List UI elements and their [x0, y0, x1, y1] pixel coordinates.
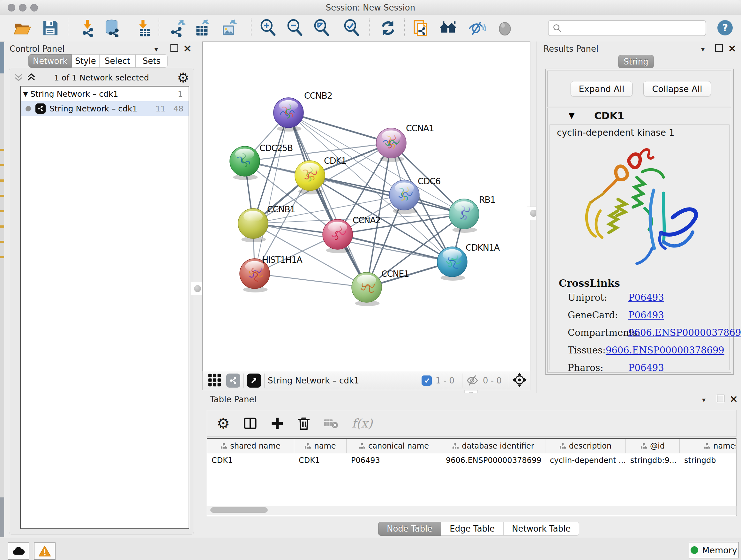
network-options-gear-icon[interactable]: ⚙	[177, 70, 189, 85]
cloud-icon	[12, 547, 25, 556]
memory-status-dot	[690, 546, 698, 554]
tab-node-table[interactable]: Node Table	[378, 522, 441, 536]
crosslink-value-link[interactable]: 9606.ENSP00000378699	[606, 345, 724, 356]
table-hscrollbar-thumb[interactable]	[210, 507, 268, 513]
network-canvas[interactable]: CCNB2CCNA1CDC25BCDK1CDC6RB1CCNB1CCNA2CDK…	[202, 42, 530, 371]
crosslink-value-link[interactable]: 9606.ENSP00000378699	[628, 327, 741, 338]
crosslink-value-link[interactable]: P06493	[628, 310, 664, 320]
results-panel-close-icon[interactable]: ×	[728, 42, 737, 54]
search-box[interactable]	[548, 20, 706, 36]
birdseye-crosshair-icon[interactable]	[512, 373, 527, 388]
status-bar: Memory	[0, 538, 741, 560]
table-cell[interactable]: CDK1	[294, 453, 347, 468]
network-overview-button[interactable]	[439, 19, 457, 37]
hidden-eye-icon[interactable]	[466, 374, 479, 387]
node-CDK1[interactable]: CDK1	[295, 156, 346, 194]
table-cell[interactable]: stringdb	[680, 453, 737, 468]
node-HIST1H1A[interactable]: HIST1H1A	[240, 255, 302, 293]
delete-column-icon[interactable]	[297, 416, 310, 430]
warning-icon	[38, 545, 51, 557]
node-CDKN1A[interactable]: CDKN1A	[437, 243, 500, 281]
export-image-button[interactable]	[220, 19, 238, 37]
table-cell[interactable]: stringdb:9...	[626, 453, 680, 468]
open-in-window-icon[interactable]	[247, 374, 261, 388]
tab-select[interactable]: Select	[99, 54, 136, 68]
add-column-icon[interactable]	[271, 417, 284, 430]
refresh-view-button[interactable]	[379, 19, 397, 37]
grid-view-icon[interactable]	[207, 373, 222, 388]
network-graph[interactable]: CCNB2CCNA1CDC25BCDK1CDC6RB1CCNB1CCNA2CDK…	[203, 42, 530, 371]
network-node-count: 11	[148, 104, 165, 113]
results-panel-float-icon[interactable]	[715, 44, 723, 52]
node-RB1[interactable]: RB1	[449, 195, 495, 233]
zoom-out-button[interactable]	[286, 19, 304, 37]
hide-labels-button[interactable]	[468, 19, 486, 37]
network-share-view-icon[interactable]	[226, 374, 240, 388]
save-session-button[interactable]	[42, 19, 59, 37]
table-panel-collapse-icon[interactable]: ▾	[702, 396, 705, 404]
tab-style[interactable]: Style	[72, 54, 99, 68]
collapse-all-button[interactable]: Collapse All	[643, 81, 711, 97]
node-CCNB1[interactable]: CCNB1	[238, 204, 295, 242]
table-cell[interactable]: P06493	[347, 453, 441, 468]
warnings-button[interactable]	[34, 543, 56, 560]
table-hscrollbar-track[interactable]	[207, 506, 737, 515]
table-cell[interactable]: CDK1	[207, 453, 294, 468]
crosslink-label: Uniprot:	[568, 292, 628, 303]
gene-disclosure-triangle[interactable]: ▼	[569, 111, 575, 120]
node-CCNE1[interactable]: CCNE1	[352, 269, 409, 306]
tab-string-results[interactable]: String	[618, 55, 654, 68]
table-tabs: Node TableEdge TableNetwork Table	[378, 522, 579, 536]
network-collection-row[interactable]: ▼ String Network – cdk1 1	[21, 86, 189, 101]
import-network-from-database-button[interactable]	[104, 19, 121, 37]
tab-network[interactable]: Network	[28, 54, 72, 68]
network-view-toolbar: String Network – cdk1 1 - 0 0 - 0	[202, 371, 530, 390]
zoom-selected-button[interactable]	[343, 19, 360, 37]
export-network-button[interactable]	[169, 19, 186, 37]
table-settings-gear-icon[interactable]: ⚙	[217, 416, 230, 431]
tab-sets[interactable]: Sets	[136, 54, 167, 68]
export-network-icon	[169, 19, 186, 37]
expand-all-button[interactable]: Expand All	[570, 81, 632, 97]
column-header-canonical-name[interactable]: canonical name	[347, 439, 441, 453]
table-panel-float-icon[interactable]	[717, 395, 724, 402]
tab-edge-table[interactable]: Edge Table	[441, 522, 503, 536]
node-CDC6[interactable]: CDC6	[389, 176, 441, 214]
column-header-database-identifier[interactable]: database identifier	[441, 439, 545, 453]
zoom-fit-button[interactable]	[313, 19, 331, 37]
open-file-button[interactable]	[13, 19, 31, 37]
export-table-button[interactable]	[193, 19, 211, 37]
table-cell[interactable]: cyclin-dependent ...	[545, 453, 626, 468]
import-table-button[interactable]	[134, 19, 152, 37]
protein-structure-image	[572, 141, 706, 269]
memory-button[interactable]: Memory	[689, 542, 739, 558]
control-panel-float-icon[interactable]	[171, 44, 178, 52]
node-CCNA2[interactable]: CCNA2	[323, 215, 381, 253]
table-cell[interactable]: 9606.ENSP00000378699	[441, 453, 545, 468]
results-panel-collapse-icon[interactable]: ▾	[701, 45, 704, 53]
import-network-button[interactable]	[78, 19, 96, 37]
column-header-description[interactable]: description	[545, 439, 626, 453]
search-input[interactable]	[562, 23, 705, 33]
table-row[interactable]: CDK1CDK1P064939606.ENSP00000378699cyclin…	[207, 453, 736, 468]
show-graphics-button[interactable]	[496, 19, 514, 37]
network-row-selected[interactable]: String Network – cdk1 11 48	[21, 101, 189, 116]
node-table[interactable]: shared namenamecanonical namedatabase id…	[207, 438, 737, 516]
cloud-status-button[interactable]	[8, 543, 29, 560]
control-panel-collapse-icon[interactable]: ▾	[154, 45, 158, 53]
show-columns-icon[interactable]	[243, 416, 257, 430]
column-header-namespace[interactable]: namespace	[680, 439, 737, 453]
column-header-@id[interactable]: @id	[626, 439, 680, 453]
column-header-name[interactable]: name	[294, 439, 347, 453]
selected-checkbox-icon[interactable]	[421, 375, 432, 386]
crosslink-value-link[interactable]: P06493	[628, 292, 664, 303]
zoom-in-button[interactable]	[259, 19, 277, 37]
disclosure-triangle-icon[interactable]: ▼	[21, 90, 30, 98]
tab-network-table[interactable]: Network Table	[503, 522, 579, 536]
crosslink-value-link[interactable]: P06493	[628, 362, 664, 373]
table-panel-close-icon[interactable]: ×	[730, 393, 738, 405]
control-panel-close-icon[interactable]: ×	[183, 42, 192, 54]
column-header-shared-name[interactable]: shared name	[207, 439, 294, 453]
clone-network-button[interactable]	[413, 19, 431, 37]
help-button[interactable]: ?	[718, 20, 733, 36]
